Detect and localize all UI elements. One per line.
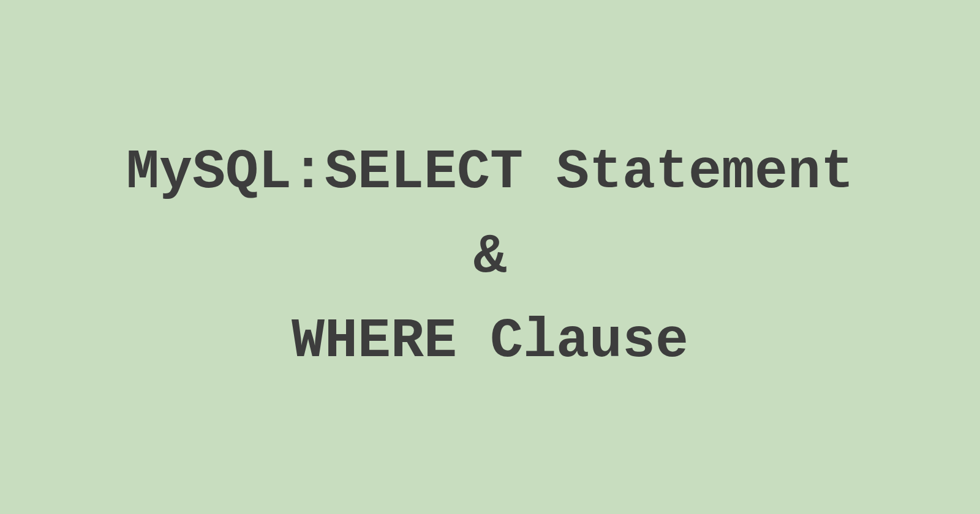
- title-line-1: MySQL:SELECT Statement: [126, 140, 854, 206]
- title-line-2: &: [126, 224, 854, 290]
- title-container: MySQL:SELECT Statement & WHERE Clause: [126, 140, 854, 374]
- title-line-3: WHERE Clause: [126, 308, 854, 374]
